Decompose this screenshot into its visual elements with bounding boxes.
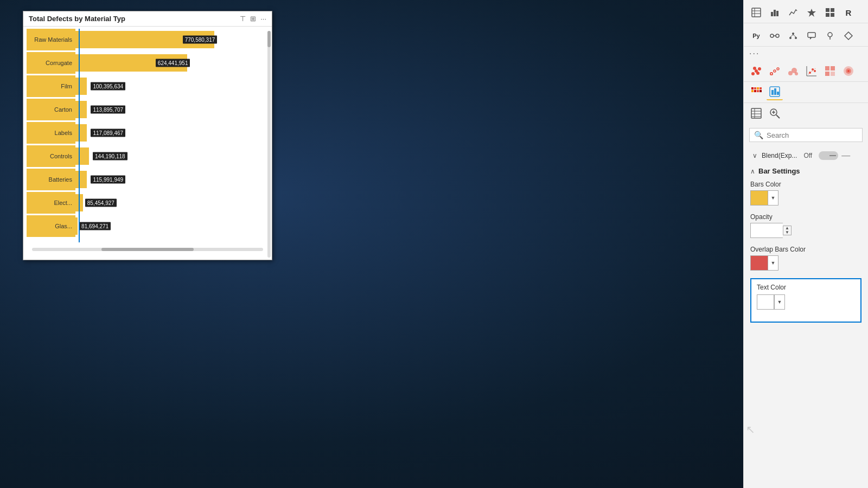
vis-icons-row2 [744,82,868,103]
panel-blend-section: ∨ Blend(Exp... Off — ∧ Bar Settings Bars… [744,146,868,327]
blend-value: Off [803,152,812,159]
bars-color-dropdown[interactable]: ▼ [768,190,778,206]
toolbar-icon-R[interactable]: R [840,4,857,21]
svg-rect-53 [760,87,762,89]
bars-color-picker: ▼ [750,190,861,206]
svg-point-16 [789,37,792,39]
chart-title: Total Defects by Material Typ [29,15,237,23]
vis-icon-scatter[interactable] [748,63,764,79]
vis-icon-magnify[interactable] [767,105,783,121]
chart-right-scrollbar[interactable] [267,31,271,258]
bar-container: 113,895,707 [75,99,269,120]
svg-point-15 [792,33,794,35]
toolbar-icon-connector[interactable] [767,28,783,44]
bar-fill [75,217,78,235]
vis-icon-scatter2[interactable] [767,63,783,79]
toolbar-icon-Py[interactable]: Py [748,28,764,44]
svg-rect-59 [771,90,774,95]
vis-icon-active[interactable] [767,84,783,100]
vis-icon-scatter6[interactable] [840,63,857,79]
overlap-color-swatch[interactable] [750,255,768,271]
toggle-dash: — [841,151,850,160]
expand-icon[interactable]: ⊞ [250,15,256,23]
bar-value: 85,454,927 [85,199,117,207]
bar-value: 113,895,707 [91,106,125,114]
search-box: 🔍 [749,128,863,142]
toolbar-icon-network[interactable] [785,28,801,44]
bar-label: Controls [27,145,75,167]
bar-container: 81,694,271 [75,215,269,237]
vis-icon-grid-heat[interactable] [748,84,764,100]
right-panel: R Py ··· [743,0,868,488]
chart-scrollbar-thumb-right [267,31,271,47]
bars-color-swatch[interactable] [750,190,768,206]
bar-row: Batteries 115,991,949 [27,169,269,190]
bar-label: Labels [27,122,75,144]
bar-row: Film 100,395,634 [27,75,269,97]
bar-label: Film [27,75,75,97]
bar-settings-header: ∧ Bar Settings [750,167,861,175]
svg-rect-57 [760,90,762,92]
toggle-container: — [819,151,850,160]
text-color-label: Text Color [757,284,855,291]
svg-point-17 [795,37,797,39]
bar-fill [75,171,87,188]
bar-row: Raw Materials 770,580,317 [27,29,269,50]
toolbar-icon-diamond[interactable] [840,28,857,44]
toolbar-icon-star[interactable] [803,4,820,21]
vis-icon-table2[interactable] [748,105,764,121]
toolbar-icon-chart-line[interactable] [785,4,801,21]
toolbar-icon-table[interactable] [748,4,764,21]
vis-icon-scatter5[interactable] [822,63,838,79]
opacity-down[interactable]: ▼ [783,230,791,235]
chart-window: Total Defects by Material Typ ⊤ ⊞ ··· Ra… [23,11,272,260]
bar-value: 117,089,467 [91,129,125,137]
vis-icon-scatter3[interactable] [785,63,801,79]
text-color-dropdown[interactable]: ▼ [774,294,785,310]
chart-title-icons: ⊤ ⊞ ··· [240,15,266,23]
bar-container: 115,991,949 [75,169,269,190]
more-dots: ··· [744,47,868,61]
svg-rect-44 [831,66,835,70]
svg-point-36 [795,72,798,75]
svg-rect-54 [751,90,754,92]
chevron-icon: ∨ [752,152,757,159]
blend-row: ∨ Blend(Exp... Off — [750,151,861,160]
bar-container: 770,580,317 [75,29,269,50]
opacity-input[interactable]: 100 [750,223,783,238]
svg-line-68 [776,115,780,118]
vis-icons-row1 [744,61,868,82]
opacity-input-row: 100 ▲ ▼ [750,223,861,238]
bar-label: Elect... [27,192,75,214]
svg-rect-11 [831,13,834,17]
blend-toggle[interactable] [819,151,838,160]
text-color-swatch[interactable] [757,294,774,310]
vis-icon-scatter4[interactable] [803,63,820,79]
svg-point-22 [828,33,832,37]
vis-icons-row3 [744,103,868,124]
filter-icon[interactable]: ⊤ [240,15,246,23]
chart-scrollbar[interactable] [32,248,263,251]
svg-rect-51 [754,87,756,89]
toolbar-icon-pin[interactable] [822,28,838,44]
toolbar-icon-speech[interactable] [803,28,820,44]
bar-row: Carton 113,895,707 [27,99,269,120]
svg-rect-61 [777,92,779,95]
bar-label: Corrugate [27,52,75,74]
opacity-section: Opacity 100 ▲ ▼ [750,213,861,238]
svg-rect-55 [754,90,756,92]
bar-label: Batteries [27,169,75,190]
toolbar-icon-chart-bar[interactable] [767,4,783,21]
toolbar-icon-grid2[interactable] [822,4,838,21]
bar-row: Corrugate 624,441,951 [27,52,269,74]
svg-rect-8 [826,8,829,12]
search-icon: 🔍 [754,131,763,139]
bar-row: Labels 117,089,467 [27,122,269,144]
chart-titlebar: Total Defects by Material Typ ⊤ ⊞ ··· [23,11,272,27]
bar-row: Glas... 81,694,271 [27,215,269,237]
search-input[interactable] [767,131,858,139]
overlap-color-dropdown[interactable]: ▼ [768,255,778,271]
svg-rect-56 [757,90,759,92]
svg-rect-52 [757,87,759,89]
more-icon[interactable]: ··· [260,15,266,23]
